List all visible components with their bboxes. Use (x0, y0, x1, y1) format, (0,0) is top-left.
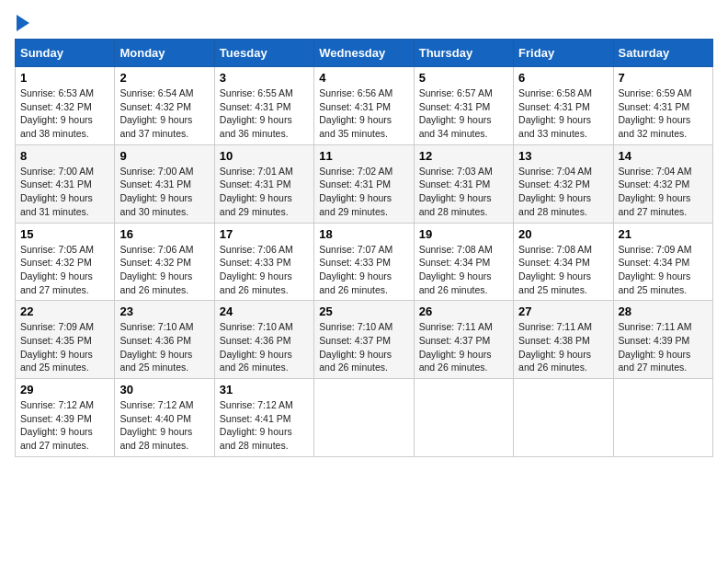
day-number: 10 (220, 149, 309, 163)
day-info: Sunrise: 6:57 AMSunset: 4:31 PMDaylight:… (419, 86, 508, 141)
day-info: Sunrise: 7:06 AMSunset: 4:33 PMDaylight:… (220, 243, 309, 297)
day-info: Sunrise: 7:12 AMSunset: 4:40 PMDaylight:… (119, 398, 209, 453)
day-info: Sunrise: 7:08 AMSunset: 4:34 PMDaylight:… (518, 243, 608, 297)
day-number: 28 (619, 304, 708, 318)
day-info: Sunrise: 7:09 AMSunset: 4:34 PMDaylight:… (619, 243, 708, 297)
day-number: 6 (518, 71, 608, 85)
calendar-table: SundayMondayTuesdayWednesdayThursdayFrid… (15, 39, 713, 457)
calendar-day-cell: 19Sunrise: 7:08 AMSunset: 4:34 PMDayligh… (414, 223, 513, 301)
calendar-day-cell: 16Sunrise: 7:06 AMSunset: 4:32 PMDayligh… (115, 223, 214, 301)
calendar-day-cell: 5Sunrise: 6:57 AMSunset: 4:31 PMDaylight… (414, 67, 513, 145)
calendar-day-cell: 13Sunrise: 7:04 AMSunset: 4:32 PMDayligh… (514, 144, 613, 223)
day-info: Sunrise: 7:04 AMSunset: 4:32 PMDaylight:… (518, 165, 608, 219)
calendar-day-cell: 26Sunrise: 7:11 AMSunset: 4:37 PMDayligh… (414, 301, 513, 379)
calendar-day-cell: 27Sunrise: 7:11 AMSunset: 4:38 PMDayligh… (514, 301, 613, 379)
day-info: Sunrise: 7:00 AMSunset: 4:31 PMDaylight:… (20, 165, 109, 219)
calendar-day-cell: 10Sunrise: 7:01 AMSunset: 4:31 PMDayligh… (214, 144, 313, 223)
calendar-week-row: 29Sunrise: 7:12 AMSunset: 4:39 PMDayligh… (16, 379, 713, 457)
calendar-day-cell: 23Sunrise: 7:10 AMSunset: 4:36 PMDayligh… (115, 301, 214, 379)
day-info: Sunrise: 7:02 AMSunset: 4:31 PMDaylight:… (319, 165, 408, 219)
day-info: Sunrise: 6:58 AMSunset: 4:31 PMDaylight:… (518, 86, 608, 141)
weekday-header-cell: Thursday (414, 40, 513, 67)
day-info: Sunrise: 7:12 AMSunset: 4:39 PMDaylight:… (20, 398, 109, 453)
day-number: 4 (319, 71, 408, 85)
day-number: 20 (518, 227, 608, 241)
calendar-day-cell: 9Sunrise: 7:00 AMSunset: 4:31 PMDaylight… (115, 144, 214, 223)
day-info: Sunrise: 6:54 AMSunset: 4:32 PMDaylight:… (119, 86, 209, 141)
logo (15, 15, 37, 31)
day-number: 12 (419, 149, 508, 163)
day-info: Sunrise: 7:10 AMSunset: 4:37 PMDaylight:… (319, 320, 408, 374)
calendar-day-cell: 14Sunrise: 7:04 AMSunset: 4:32 PMDayligh… (613, 144, 712, 223)
calendar-day-cell (314, 379, 414, 457)
calendar-day-cell: 22Sunrise: 7:09 AMSunset: 4:35 PMDayligh… (16, 301, 115, 379)
day-number: 19 (419, 227, 508, 241)
calendar-day-cell: 31Sunrise: 7:12 AMSunset: 4:41 PMDayligh… (214, 379, 313, 457)
day-number: 3 (220, 71, 309, 85)
weekday-header-cell: Monday (115, 40, 214, 67)
weekday-header-cell: Sunday (16, 40, 115, 67)
day-info: Sunrise: 7:10 AMSunset: 4:36 PMDaylight:… (119, 320, 209, 374)
calendar-day-cell (414, 379, 513, 457)
day-number: 26 (419, 304, 508, 318)
calendar-day-cell: 12Sunrise: 7:03 AMSunset: 4:31 PMDayligh… (414, 144, 513, 223)
day-number: 5 (419, 71, 508, 85)
day-info: Sunrise: 7:01 AMSunset: 4:31 PMDaylight:… (220, 165, 309, 219)
calendar-body: 1Sunrise: 6:53 AMSunset: 4:32 PMDaylight… (16, 67, 713, 457)
calendar-day-cell: 20Sunrise: 7:08 AMSunset: 4:34 PMDayligh… (514, 223, 613, 301)
weekday-header-row: SundayMondayTuesdayWednesdayThursdayFrid… (16, 40, 713, 67)
day-number: 22 (20, 304, 109, 318)
calendar-day-cell: 11Sunrise: 7:02 AMSunset: 4:31 PMDayligh… (314, 144, 414, 223)
day-number: 24 (220, 304, 309, 318)
calendar-day-cell: 24Sunrise: 7:10 AMSunset: 4:36 PMDayligh… (214, 301, 313, 379)
calendar-week-row: 1Sunrise: 6:53 AMSunset: 4:32 PMDaylight… (16, 67, 713, 145)
calendar-day-cell: 1Sunrise: 6:53 AMSunset: 4:32 PMDaylight… (16, 67, 115, 145)
day-info: Sunrise: 7:12 AMSunset: 4:41 PMDaylight:… (220, 398, 309, 453)
calendar-day-cell: 6Sunrise: 6:58 AMSunset: 4:31 PMDaylight… (514, 67, 613, 145)
day-info: Sunrise: 6:55 AMSunset: 4:31 PMDaylight:… (220, 86, 309, 141)
calendar-day-cell: 28Sunrise: 7:11 AMSunset: 4:39 PMDayligh… (613, 301, 712, 379)
day-number: 14 (619, 149, 708, 163)
calendar-day-cell (613, 379, 712, 457)
day-info: Sunrise: 7:05 AMSunset: 4:32 PMDaylight:… (20, 243, 109, 297)
calendar-day-cell: 29Sunrise: 7:12 AMSunset: 4:39 PMDayligh… (16, 379, 115, 457)
day-number: 31 (220, 383, 309, 396)
calendar-day-cell: 18Sunrise: 7:07 AMSunset: 4:33 PMDayligh… (314, 223, 414, 301)
day-info: Sunrise: 7:00 AMSunset: 4:31 PMDaylight:… (119, 165, 209, 219)
calendar-day-cell: 2Sunrise: 6:54 AMSunset: 4:32 PMDaylight… (115, 67, 214, 145)
day-number: 21 (619, 227, 708, 241)
day-number: 15 (20, 227, 109, 241)
day-info: Sunrise: 7:04 AMSunset: 4:32 PMDaylight:… (619, 165, 708, 219)
day-info: Sunrise: 7:03 AMSunset: 4:31 PMDaylight:… (419, 165, 508, 219)
calendar-day-cell (514, 379, 613, 457)
calendar-week-row: 15Sunrise: 7:05 AMSunset: 4:32 PMDayligh… (16, 223, 713, 301)
day-number: 9 (119, 149, 209, 163)
day-number: 29 (20, 383, 109, 396)
weekday-header-cell: Tuesday (214, 40, 313, 67)
day-number: 27 (518, 304, 608, 318)
day-info: Sunrise: 6:56 AMSunset: 4:31 PMDaylight:… (319, 86, 408, 141)
calendar-day-cell: 30Sunrise: 7:12 AMSunset: 4:40 PMDayligh… (115, 379, 214, 457)
weekday-header-cell: Friday (514, 40, 613, 67)
calendar-week-row: 8Sunrise: 7:00 AMSunset: 4:31 PMDaylight… (16, 144, 713, 223)
day-number: 17 (220, 227, 309, 241)
day-number: 13 (518, 149, 608, 163)
calendar-day-cell: 17Sunrise: 7:06 AMSunset: 4:33 PMDayligh… (214, 223, 313, 301)
calendar-day-cell: 25Sunrise: 7:10 AMSunset: 4:37 PMDayligh… (314, 301, 414, 379)
calendar-week-row: 22Sunrise: 7:09 AMSunset: 4:35 PMDayligh… (16, 301, 713, 379)
day-info: Sunrise: 6:59 AMSunset: 4:31 PMDaylight:… (619, 86, 708, 141)
day-number: 16 (119, 227, 209, 241)
day-info: Sunrise: 7:11 AMSunset: 4:38 PMDaylight:… (518, 320, 608, 374)
page-header (15, 15, 713, 31)
day-info: Sunrise: 7:11 AMSunset: 4:39 PMDaylight:… (619, 320, 708, 374)
logo-chevron-icon (17, 15, 37, 31)
calendar-day-cell: 4Sunrise: 6:56 AMSunset: 4:31 PMDaylight… (314, 67, 414, 145)
weekday-header-cell: Wednesday (314, 40, 414, 67)
day-number: 1 (20, 71, 109, 85)
day-info: Sunrise: 7:07 AMSunset: 4:33 PMDaylight:… (319, 243, 408, 297)
day-info: Sunrise: 7:06 AMSunset: 4:32 PMDaylight:… (119, 243, 209, 297)
calendar-day-cell: 7Sunrise: 6:59 AMSunset: 4:31 PMDaylight… (613, 67, 712, 145)
day-info: Sunrise: 7:08 AMSunset: 4:34 PMDaylight:… (419, 243, 508, 297)
calendar-day-cell: 8Sunrise: 7:00 AMSunset: 4:31 PMDaylight… (16, 144, 115, 223)
day-number: 8 (20, 149, 109, 163)
